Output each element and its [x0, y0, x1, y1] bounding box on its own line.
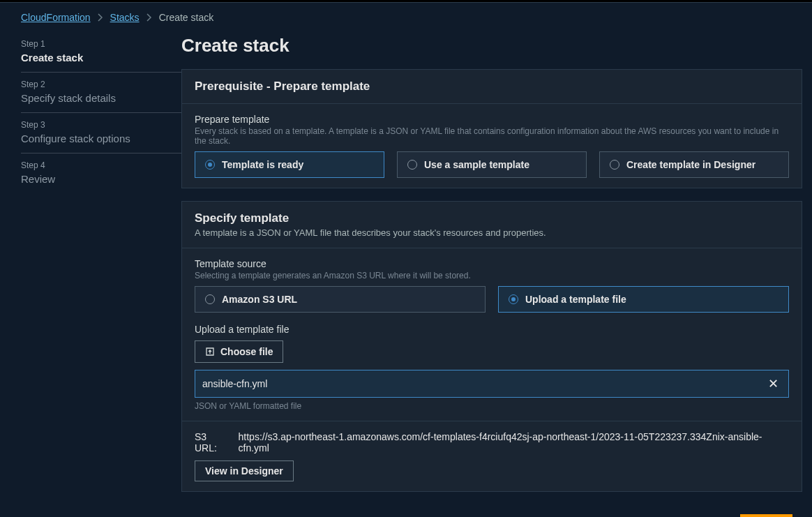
- breadcrumb-current: Create stack: [159, 12, 214, 23]
- prerequisite-heading: Prerequisite - Prepare template: [195, 80, 789, 93]
- radio-icon: [205, 160, 215, 170]
- radio-icon: [205, 294, 215, 304]
- uploaded-file-name: ansible-cfn.yml: [202, 378, 267, 389]
- view-in-designer-button[interactable]: View in Designer: [195, 460, 294, 481]
- wizard-nav: Step 1 Create stack Step 2 Specify stack…: [0, 32, 181, 517]
- radio-icon: [407, 160, 417, 170]
- chevron-right-icon: [98, 13, 103, 22]
- breadcrumb: CloudFormation Stacks Create stack: [0, 3, 812, 32]
- radio-label: Template is ready: [222, 159, 303, 170]
- wizard-step-2[interactable]: Step 2 Specify stack details: [21, 72, 181, 112]
- template-source-help: Selecting a template generates an Amazon…: [195, 271, 789, 280]
- radio-create-in-designer[interactable]: Create template in Designer: [599, 151, 789, 178]
- step-num: Step 1: [21, 39, 181, 49]
- step-num: Step 3: [21, 120, 181, 130]
- breadcrumb-cloudformation[interactable]: CloudFormation: [21, 12, 91, 23]
- uploaded-file-display: ansible-cfn.yml ✕: [195, 370, 789, 398]
- specify-template-heading: Specify template: [195, 211, 789, 225]
- upload-icon: [205, 347, 215, 357]
- step-title: Specify stack details: [21, 92, 181, 104]
- specify-template-panel: Specify template A template is a JSON or…: [181, 201, 802, 492]
- template-source-radio-group: Amazon S3 URL Upload a template file: [195, 286, 789, 313]
- template-source-label: Template source: [195, 258, 789, 269]
- wizard-step-4[interactable]: Step 4 Review: [21, 153, 181, 193]
- prepare-template-radio-group: Template is ready Use a sample template …: [195, 151, 789, 178]
- radio-amazon-s3-url[interactable]: Amazon S3 URL: [195, 286, 486, 313]
- radio-label: Use a sample template: [424, 159, 529, 170]
- next-button[interactable]: Next: [740, 514, 792, 517]
- main-content: Create stack Prerequisite - Prepare temp…: [181, 32, 812, 517]
- step-title: Review: [21, 173, 181, 185]
- prepare-template-help: Every stack is based on a template. A te…: [195, 126, 789, 146]
- radio-use-sample-template[interactable]: Use a sample template: [397, 151, 587, 178]
- footer-actions: Cancel Next: [181, 504, 802, 517]
- upload-template-file-label: Upload a template file: [195, 324, 789, 335]
- radio-label: Create template in Designer: [626, 159, 755, 170]
- file-format-helper: JSON or YAML formatted file: [195, 401, 789, 411]
- s3-url-value: https://s3.ap-northeast-1.amazonaws.com/…: [239, 431, 789, 454]
- radio-label: Amazon S3 URL: [222, 294, 297, 305]
- radio-template-ready[interactable]: Template is ready: [195, 151, 384, 178]
- step-num: Step 4: [21, 160, 181, 170]
- s3-url-section: S3 URL: https://s3.ap-northeast-1.amazon…: [182, 421, 802, 491]
- choose-file-label: Choose file: [220, 346, 273, 357]
- breadcrumb-stacks[interactable]: Stacks: [110, 12, 140, 23]
- step-title: Create stack: [21, 52, 181, 63]
- wizard-step-1[interactable]: Step 1 Create stack: [21, 32, 181, 72]
- close-icon[interactable]: ✕: [765, 376, 781, 391]
- step-title: Configure stack options: [21, 133, 181, 144]
- radio-icon: [509, 294, 518, 304]
- choose-file-button[interactable]: Choose file: [195, 340, 283, 363]
- radio-label: Upload a template file: [525, 294, 626, 305]
- radio-upload-template-file[interactable]: Upload a template file: [498, 286, 789, 313]
- specify-template-sub: A template is a JSON or YAML file that d…: [195, 227, 789, 238]
- prepare-template-label: Prepare template: [195, 114, 789, 125]
- page-title: Create stack: [181, 35, 802, 57]
- radio-icon: [610, 160, 619, 170]
- s3-url-label: S3 URL:: [195, 431, 232, 454]
- prerequisite-panel: Prerequisite - Prepare template Prepare …: [181, 69, 802, 188]
- wizard-step-3[interactable]: Step 3 Configure stack options: [21, 112, 181, 153]
- chevron-right-icon: [146, 13, 152, 22]
- step-num: Step 2: [21, 80, 181, 89]
